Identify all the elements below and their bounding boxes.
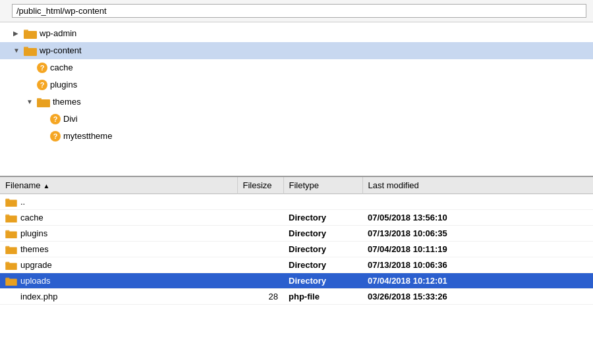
filename-text: cache bbox=[20, 213, 43, 222]
arrow-collapsed[interactable]: ▶ bbox=[13, 26, 22, 41]
table-row-cache[interactable]: cacheDirectory07/05/2018 13:56:10 bbox=[0, 210, 593, 226]
svg-rect-10 bbox=[5, 198, 9, 201]
tree-item-cache[interactable]: ?cache bbox=[0, 59, 593, 76]
folder-icon bbox=[5, 197, 17, 207]
remote-site-path[interactable] bbox=[12, 4, 586, 18]
tree-item-label: cache bbox=[50, 61, 73, 75]
col-label-filetype: Filetype bbox=[289, 180, 320, 190]
folder-icon bbox=[5, 229, 17, 238]
cell-filesize-indexphp: 28 bbox=[237, 289, 283, 305]
col-label-filename: Filename bbox=[5, 180, 40, 190]
col-header-filename[interactable]: Filename▲ bbox=[0, 177, 237, 194]
tree-item-label: plugins bbox=[50, 78, 77, 92]
cell-filesize-dotdot bbox=[237, 194, 283, 210]
table-row-dotdot[interactable]: .. bbox=[0, 194, 593, 210]
tree-item-mytesttheme[interactable]: ?mytesttheme bbox=[0, 128, 593, 145]
file-table: Filename▲FilesizeFiletypeLast modified .… bbox=[0, 177, 593, 305]
cell-filetype-upgrade: Directory bbox=[283, 257, 362, 273]
remote-site-bar bbox=[0, 0, 593, 22]
filename-text: .. bbox=[20, 197, 25, 207]
filename-text: index.php bbox=[20, 292, 57, 301]
svg-rect-18 bbox=[5, 261, 9, 264]
folder-icon bbox=[5, 261, 17, 270]
filename-text: plugins bbox=[20, 228, 47, 238]
cell-filesize-cache bbox=[237, 210, 283, 226]
cell-filesize-upgrade bbox=[237, 257, 283, 273]
tree-item-label: themes bbox=[53, 95, 81, 109]
table-row-themes[interactable]: themesDirectory07/04/2018 10:11:19 bbox=[0, 242, 593, 257]
folder-icon bbox=[5, 276, 17, 286]
cell-filename-upgrade: upgrade bbox=[0, 257, 237, 273]
arrow-expanded[interactable]: ▼ bbox=[13, 43, 22, 58]
table-row-plugins[interactable]: pluginsDirectory07/13/2018 10:06:35 bbox=[0, 226, 593, 242]
modified-text: 07/13/2018 10:06:36 bbox=[368, 260, 447, 270]
cell-filetype-plugins: Directory bbox=[283, 226, 362, 242]
modified-text: 07/05/2018 13:56:10 bbox=[368, 213, 447, 222]
cell-filetype-uploads: Directory bbox=[283, 273, 362, 289]
arrow-expanded[interactable]: ▼ bbox=[26, 95, 36, 109]
tree-item-Divi[interactable]: ?Divi bbox=[0, 111, 593, 128]
tree-item-label: mytesttheme bbox=[63, 129, 112, 143]
modified-text: 07/04/2018 10:11:19 bbox=[368, 244, 447, 254]
filetype-text: Directory bbox=[289, 213, 326, 222]
table-row-uploads[interactable]: uploadsDirectory07/04/2018 10:12:01 bbox=[0, 273, 593, 289]
cell-filetype-cache: Directory bbox=[283, 210, 362, 226]
cell-modified-upgrade: 07/13/2018 10:06:36 bbox=[362, 257, 593, 273]
cell-filename-dotdot: .. bbox=[0, 194, 237, 210]
cell-filetype-themes: Directory bbox=[283, 242, 362, 257]
cell-modified-plugins: 07/13/2018 10:06:35 bbox=[362, 226, 593, 242]
table-row-upgrade[interactable]: upgradeDirectory07/13/2018 10:06:36 bbox=[0, 257, 593, 273]
svg-rect-8 bbox=[37, 98, 42, 101]
cell-filename-indexphp: index.php bbox=[0, 289, 237, 305]
filetype-text: Directory bbox=[289, 276, 326, 286]
modified-text: 03/26/2018 15:33:26 bbox=[368, 292, 447, 301]
filetype-text: Directory bbox=[289, 228, 326, 238]
filename-text: uploads bbox=[20, 276, 51, 286]
cell-modified-indexphp: 03/26/2018 15:33:26 bbox=[362, 289, 593, 305]
folder-icon bbox=[24, 45, 37, 56]
col-label-filesize: Filesize bbox=[243, 180, 272, 190]
tree-item-plugins[interactable]: ?plugins bbox=[0, 76, 593, 93]
svg-rect-16 bbox=[5, 246, 9, 248]
col-header-filetype[interactable]: Filetype bbox=[283, 177, 362, 194]
cell-filesize-themes bbox=[237, 242, 283, 257]
tree-item-label: wp-admin bbox=[40, 26, 76, 41]
cell-filename-uploads: uploads bbox=[0, 273, 237, 289]
cell-modified-dotdot bbox=[362, 194, 593, 210]
cell-filename-themes: themes bbox=[0, 242, 237, 257]
cell-filename-cache: cache bbox=[0, 210, 237, 226]
tree-item-wp-content[interactable]: ▼ wp-content bbox=[0, 42, 593, 59]
file-panel: Filename▲FilesizeFiletypeLast modified .… bbox=[0, 177, 593, 364]
svg-rect-5 bbox=[24, 47, 28, 49]
tree-panel: ▶ wp-admin▼ wp-content?cache?plugins▼ th… bbox=[0, 22, 593, 177]
cell-filesize-plugins bbox=[237, 226, 283, 242]
table-row-indexphp[interactable]: index.php28php-file03/26/2018 15:33:26 bbox=[0, 289, 593, 305]
folder-icon bbox=[5, 213, 17, 222]
svg-rect-20 bbox=[5, 277, 9, 280]
cell-filename-plugins: plugins bbox=[0, 226, 237, 242]
col-header-filesize[interactable]: Filesize bbox=[237, 177, 283, 194]
tree-item-themes[interactable]: ▼ themes bbox=[0, 93, 593, 111]
tree-item-label: Divi bbox=[63, 112, 78, 126]
col-label-modified: Last modified bbox=[368, 180, 419, 190]
filename-text: upgrade bbox=[20, 260, 52, 270]
svg-rect-2 bbox=[24, 30, 28, 32]
tree-item-label: wp-content bbox=[40, 43, 82, 58]
svg-rect-12 bbox=[5, 214, 9, 217]
tree-item-wp-admin[interactable]: ▶ wp-admin bbox=[0, 25, 593, 42]
modified-text: 07/04/2018 10:12:01 bbox=[368, 276, 447, 286]
cell-filetype-dotdot bbox=[283, 194, 362, 210]
modified-text: 07/13/2018 10:06:35 bbox=[368, 228, 447, 238]
folder-icon bbox=[24, 28, 37, 39]
sort-icon: ▲ bbox=[43, 182, 49, 190]
cell-filesize-uploads bbox=[237, 273, 283, 289]
cell-modified-cache: 07/05/2018 13:56:10 bbox=[362, 210, 593, 226]
filename-text: themes bbox=[20, 244, 49, 254]
svg-rect-14 bbox=[5, 230, 9, 232]
file-icon bbox=[5, 292, 17, 301]
cell-modified-uploads: 07/04/2018 10:12:01 bbox=[362, 273, 593, 289]
folder-icon bbox=[37, 97, 50, 107]
col-header-modified[interactable]: Last modified bbox=[362, 177, 593, 194]
filetype-text: Directory bbox=[289, 244, 326, 254]
filetype-text: Directory bbox=[289, 260, 326, 270]
